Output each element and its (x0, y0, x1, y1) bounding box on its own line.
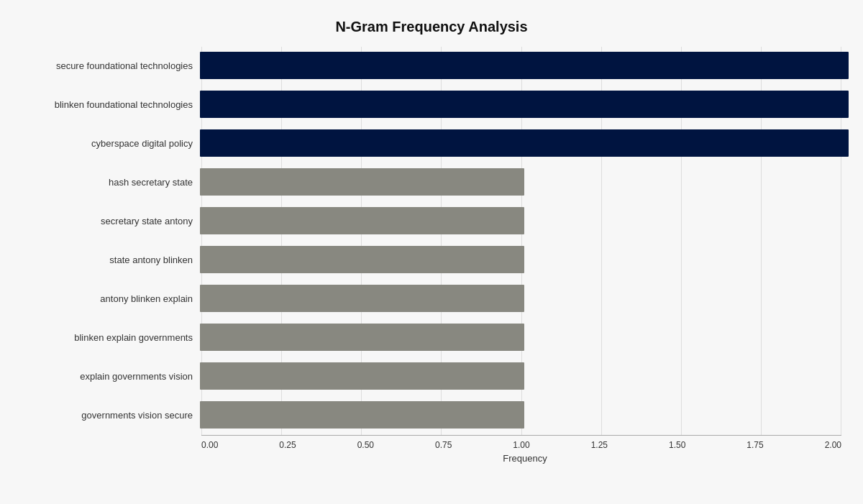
bar-fill (200, 362, 524, 390)
bar-track (200, 246, 849, 273)
bar-row: cyberspace digital policy (14, 124, 849, 162)
x-tick: 1.50 (669, 440, 685, 450)
bar-fill (200, 207, 524, 234)
bar-track (200, 52, 849, 79)
bar-row: secure foundational technologies (14, 47, 849, 84)
bar-label: secretary state antony (14, 216, 200, 226)
bar-row: state antony blinken (14, 241, 849, 278)
bar-fill (200, 129, 849, 157)
x-tick: 0.75 (435, 440, 452, 450)
bar-label: blinken foundational technologies (14, 99, 200, 110)
x-axis: 0.000.250.500.751.001.251.501.752.00 (201, 435, 841, 450)
bar-label: cyberspace digital policy (14, 138, 200, 149)
bar-fill (200, 168, 524, 196)
bar-label: state antony blinken (14, 255, 200, 265)
x-tick: 0.50 (357, 440, 374, 450)
bar-fill (200, 52, 849, 79)
bar-track (200, 285, 849, 312)
x-tick: 1.00 (513, 440, 529, 450)
bars-container: secure foundational technologiesblinken … (14, 47, 849, 435)
bar-track (200, 91, 849, 118)
bar-row: blinken explain governments (14, 319, 849, 356)
bar-track (200, 168, 849, 196)
x-axis-label: Frequency (201, 453, 849, 464)
x-tick: 0.00 (201, 440, 218, 450)
bar-track (200, 401, 849, 429)
bar-row: explain governments vision (14, 357, 849, 395)
chart-container: N-Gram Frequency Analysis secure foundat… (7, 12, 856, 492)
x-tick: 1.25 (591, 440, 608, 450)
bar-row: antony blinken explain (14, 280, 849, 317)
bar-row: governments vision secure (14, 396, 849, 434)
chart-area: secure foundational technologiesblinken … (14, 47, 849, 435)
bar-fill (200, 324, 524, 351)
bar-label: hash secretary state (14, 177, 200, 188)
bar-track (200, 207, 849, 234)
bar-fill (200, 401, 524, 429)
bar-fill (200, 285, 524, 312)
chart-title: N-Gram Frequency Analysis (14, 19, 849, 35)
bar-label: secure foundational technologies (14, 60, 200, 71)
bar-track (200, 362, 849, 390)
bar-track (200, 129, 849, 157)
bar-label: antony blinken explain (14, 293, 200, 304)
x-tick: 2.00 (825, 440, 841, 450)
bar-row: hash secretary state (14, 163, 849, 201)
bar-label: blinken explain governments (14, 332, 200, 343)
x-tick: 0.25 (279, 440, 296, 450)
bar-fill (200, 91, 849, 118)
x-tick: 1.75 (746, 440, 763, 450)
bar-row: blinken foundational technologies (14, 86, 849, 123)
bar-label: governments vision secure (14, 410, 200, 421)
bar-label: explain governments vision (14, 371, 200, 382)
bar-track (200, 324, 849, 351)
bar-fill (200, 246, 524, 273)
bar-row: secretary state antony (14, 202, 849, 239)
